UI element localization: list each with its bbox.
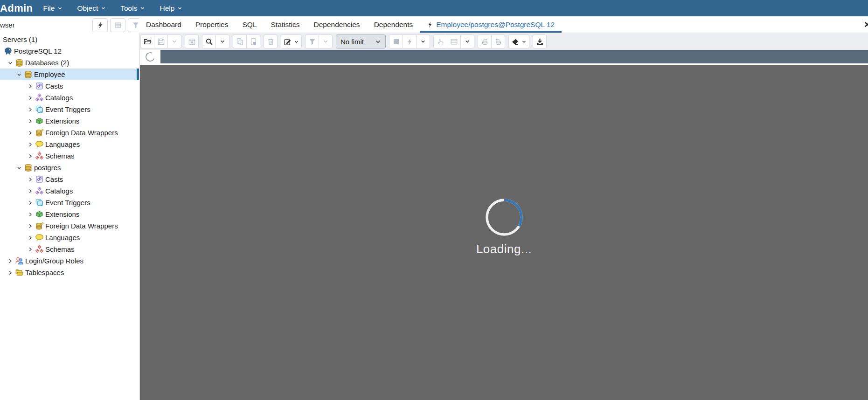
tab-dependents[interactable]: Dependents xyxy=(367,16,420,33)
chevron-down-icon xyxy=(220,39,225,44)
tree-item-foreign-data-wrappers[interactable]: Foreign Data Wrappers xyxy=(0,220,139,232)
tree-item-schemas[interactable]: Schemas xyxy=(0,150,139,162)
save-file-button[interactable] xyxy=(154,34,168,48)
expander-collapsed-icon xyxy=(28,212,33,217)
copy-rows-button[interactable] xyxy=(233,34,247,48)
commit-button[interactable] xyxy=(478,34,492,48)
tree-item-catalogs[interactable]: Catalogs xyxy=(0,92,139,103)
chevron-right-icon[interactable] xyxy=(26,141,35,148)
tree-item-casts[interactable]: Casts xyxy=(0,80,139,92)
clear-button[interactable] xyxy=(508,34,529,48)
tab-sql[interactable]: SQL xyxy=(235,16,264,33)
tree-item-label: Foreign Data Wrappers xyxy=(45,129,118,137)
paste-rows-button[interactable] xyxy=(246,34,260,48)
tree-item-languages[interactable]: Languages xyxy=(0,232,139,243)
menu-file[interactable]: File xyxy=(43,4,62,13)
casts-icon xyxy=(35,82,44,90)
tree-item-extensions[interactable]: Extensions xyxy=(0,208,139,220)
chevron-right-icon[interactable] xyxy=(26,117,35,125)
tree-item-casts[interactable]: Casts xyxy=(0,173,139,185)
chevron-down-icon xyxy=(323,39,328,44)
close-icon xyxy=(864,21,868,28)
view-data-button[interactable] xyxy=(110,18,125,32)
tree-item-foreign-data-wrappers[interactable]: Foreign Data Wrappers xyxy=(0,127,139,138)
toolbar-group xyxy=(140,34,181,48)
tree-item-login-group-roles[interactable]: Login/Group Roles xyxy=(0,255,139,267)
chevron-right-icon[interactable] xyxy=(6,269,14,276)
tree-item-event-triggers[interactable]: Event Triggers xyxy=(0,197,139,208)
chevron-right-icon[interactable] xyxy=(26,106,35,113)
cancel-query-button[interactable] xyxy=(389,34,403,48)
save-data-changes-button[interactable] xyxy=(185,34,199,48)
tree-item-tablespaces[interactable]: Tablespaces xyxy=(0,267,139,278)
download-results-button[interactable] xyxy=(533,34,547,48)
chevron-right-icon[interactable] xyxy=(26,234,35,241)
toolbar-group xyxy=(478,34,505,48)
tree-item-event-triggers[interactable]: Event Triggers xyxy=(0,103,139,115)
filter-options-button[interactable] xyxy=(319,34,333,48)
schemas-icon xyxy=(35,245,44,254)
edit-button[interactable] xyxy=(281,34,302,48)
tree-item-servers-1-[interactable]: Servers (1) xyxy=(0,34,139,45)
chevron-right-icon[interactable] xyxy=(26,152,35,160)
view-options-button[interactable] xyxy=(460,34,474,48)
chevron-down-icon[interactable] xyxy=(14,71,23,78)
execute-query-button[interactable] xyxy=(403,34,417,48)
query-tool-button[interactable] xyxy=(92,18,108,32)
chevron-right-icon[interactable] xyxy=(26,187,35,195)
tree-item-label: PostgreSQL 12 xyxy=(14,47,62,55)
chevron-right-icon[interactable] xyxy=(26,129,35,137)
browser-toolbar xyxy=(92,18,139,32)
form-view-button[interactable] xyxy=(447,34,461,48)
chevron-right-icon[interactable] xyxy=(6,257,14,265)
tree-item-databases-2-[interactable]: Databases (2) xyxy=(0,57,139,69)
chevron-right-icon[interactable] xyxy=(26,222,35,230)
execute-options-button[interactable] xyxy=(416,34,430,48)
chevron-right-icon[interactable] xyxy=(26,246,35,253)
menu-tools[interactable]: Tools xyxy=(120,4,145,13)
toolbar-group xyxy=(264,34,278,48)
delete-rows-button[interactable] xyxy=(264,34,278,48)
workspace: Servers (1)PostgreSQL 12Databases (2)Emp… xyxy=(0,33,868,400)
save-file-options-button[interactable] xyxy=(167,34,181,48)
chevron-right-icon[interactable] xyxy=(26,199,35,207)
tab-query-tool-active[interactable]: Employee/postgres@PostgreSQL 12 xyxy=(420,16,562,33)
menu-object[interactable]: Object xyxy=(77,4,106,13)
filter-button[interactable] xyxy=(305,34,319,48)
tree-item-employee[interactable]: Employee xyxy=(0,69,139,80)
tree-item-catalogs[interactable]: Catalogs xyxy=(0,185,139,197)
tree-item-postgresql-12[interactable]: PostgreSQL 12 xyxy=(0,45,139,57)
tree-item-languages[interactable]: Languages xyxy=(0,138,139,150)
row-limit-value: No limit xyxy=(340,38,364,46)
chevron-down-icon xyxy=(140,6,145,11)
filter-data-button[interactable] xyxy=(128,18,139,32)
tree-item-schemas[interactable]: Schemas xyxy=(0,243,139,255)
rollback-button[interactable] xyxy=(491,34,505,48)
row-limit-select[interactable]: No limit xyxy=(336,34,386,48)
find-options-button[interactable] xyxy=(215,34,229,48)
language-icon xyxy=(35,140,44,149)
chevron-down-icon[interactable] xyxy=(6,59,14,67)
chevron-right-icon[interactable] xyxy=(26,83,35,90)
tree-item-extensions[interactable]: Extensions xyxy=(0,115,139,127)
find-button[interactable] xyxy=(202,34,216,48)
chevron-right-icon[interactable] xyxy=(26,94,35,102)
chevron-right-icon[interactable] xyxy=(26,211,35,218)
tab-dependencies[interactable]: Dependencies xyxy=(307,16,367,33)
rollback-icon xyxy=(494,38,502,46)
tab-bar: DashboardPropertiesSQLStatisticsDependen… xyxy=(139,16,868,33)
database-icon xyxy=(23,163,33,172)
tab-dashboard[interactable]: Dashboard xyxy=(139,16,188,33)
tab-properties[interactable]: Properties xyxy=(188,16,236,33)
open-file-button[interactable] xyxy=(140,34,154,48)
tree-item-label: Casts xyxy=(45,175,63,183)
chevron-down-icon[interactable] xyxy=(14,164,23,172)
chevron-right-icon[interactable] xyxy=(26,176,35,183)
close-panel-button[interactable] xyxy=(864,21,868,28)
menu-help[interactable]: Help xyxy=(160,4,182,13)
tree-item-label: Casts xyxy=(45,82,63,90)
expander-collapsed-icon xyxy=(28,177,33,182)
tree-item-postgres[interactable]: postgres xyxy=(0,162,139,173)
tab-statistics[interactable]: Statistics xyxy=(264,16,307,33)
pointer-mode-button[interactable] xyxy=(433,34,447,48)
